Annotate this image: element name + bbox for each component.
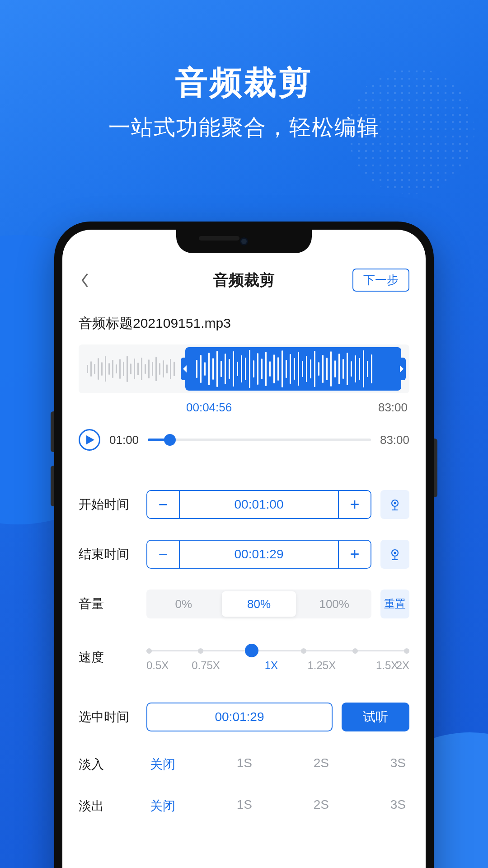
phone-volume-up xyxy=(51,411,54,452)
end-time-plus[interactable]: + xyxy=(338,541,371,568)
start-time-stepper: − 00:01:00 + xyxy=(146,490,371,519)
svg-marker-1 xyxy=(400,365,404,373)
speed-option-label: 1X xyxy=(265,659,278,672)
end-time-label: 结束时间 xyxy=(79,546,137,563)
waveform-total-time: 83:00 xyxy=(378,401,408,415)
player-row: 01:00 83:00 xyxy=(79,429,409,469)
selection-handle-left[interactable] xyxy=(181,358,190,380)
svg-point-6 xyxy=(394,552,396,554)
speed-option-label: 2X xyxy=(396,659,409,672)
next-step-button[interactable]: 下一步 xyxy=(352,269,409,292)
fade-in-row: 淡入 关闭1S2S3S xyxy=(79,756,409,773)
end-time-minus[interactable]: − xyxy=(147,541,180,568)
start-time-label: 开始时间 xyxy=(79,496,137,513)
volume-option[interactable]: 0% xyxy=(146,597,221,611)
waveform-unselected xyxy=(87,344,182,393)
fade-in-label: 淡入 xyxy=(79,756,137,773)
start-time-locate-button[interactable] xyxy=(380,490,409,519)
fade-out-row: 淡出 关闭1S2S3S xyxy=(79,797,409,815)
volume-label: 音量 xyxy=(79,595,137,613)
hero-title: 音频裁剪 xyxy=(0,61,488,104)
start-time-value[interactable]: 00:01:00 xyxy=(180,491,338,518)
fadeout-option[interactable]: 1S xyxy=(237,797,252,815)
speed-option-label: 0.5X xyxy=(146,659,169,672)
speed-option-label: 0.75X xyxy=(192,659,220,672)
phone-notch xyxy=(176,230,312,253)
selected-time-row: 选中时间 00:01:29 试听 xyxy=(79,703,409,731)
speed-slider-thumb[interactable] xyxy=(245,644,258,657)
volume-option[interactable]: 80% xyxy=(222,591,296,617)
fadein-option[interactable]: 1S xyxy=(237,756,252,773)
start-time-minus[interactable]: − xyxy=(147,491,180,518)
end-time-value[interactable]: 00:01:29 xyxy=(180,541,338,568)
speed-option-label: 1.5X xyxy=(376,659,398,672)
speed-label: 速度 xyxy=(79,649,137,666)
fadein-option[interactable]: 关闭 xyxy=(150,756,175,773)
fadeout-option[interactable]: 关闭 xyxy=(150,797,175,815)
start-time-plus[interactable]: + xyxy=(338,491,371,518)
phone-screen-bezel: 音频裁剪 下一步 音频标题202109151.mp3 00:04:56 83:0… xyxy=(62,230,426,868)
nav-bar: 音频裁剪 下一步 xyxy=(62,261,426,299)
selection-handle-right[interactable] xyxy=(397,358,406,380)
fadein-option[interactable]: 3S xyxy=(390,756,406,773)
play-button[interactable] xyxy=(79,429,100,451)
page-title: 音频裁剪 xyxy=(213,270,275,291)
volume-row: 音量 0%80%100% 重置 xyxy=(79,590,409,618)
svg-point-4 xyxy=(394,502,396,505)
hero-subtitle: 一站式功能聚合，轻松编辑 xyxy=(0,113,488,142)
phone-frame: 音频裁剪 下一步 音频标题202109151.mp3 00:04:56 83:0… xyxy=(54,222,434,868)
back-button[interactable] xyxy=(76,271,94,289)
phone-speaker xyxy=(199,236,239,241)
file-name: 音频标题202109151.mp3 xyxy=(79,314,409,333)
volume-reset-button[interactable]: 重置 xyxy=(380,590,409,618)
fadeout-option[interactable]: 2S xyxy=(314,797,329,815)
end-time-locate-button[interactable] xyxy=(380,540,409,569)
player-progress[interactable] xyxy=(148,439,371,441)
phone-volume-down xyxy=(51,466,54,506)
selected-time-label: 选中时间 xyxy=(79,708,137,726)
volume-segmented[interactable]: 0%80%100% xyxy=(146,590,371,618)
phone-camera xyxy=(240,237,248,245)
fade-out-options: 关闭1S2S3S xyxy=(146,797,409,815)
fadeout-option[interactable]: 3S xyxy=(390,797,406,815)
app-screen: 音频裁剪 下一步 音频标题202109151.mp3 00:04:56 83:0… xyxy=(62,230,426,868)
speed-row: 速度 0.5X0.75X1X1.25X1.5X2X xyxy=(79,644,409,671)
waveform-selection[interactable] xyxy=(185,347,401,391)
player-progress-thumb[interactable] xyxy=(164,434,176,446)
player-end-time: 83:00 xyxy=(380,433,409,447)
play-icon xyxy=(86,435,94,444)
preview-listen-button[interactable]: 试听 xyxy=(342,703,409,731)
waveform-times: 00:04:56 83:00 xyxy=(79,401,409,415)
chevron-left-icon xyxy=(80,272,90,288)
volume-option[interactable]: 100% xyxy=(297,597,371,611)
speed-slider[interactable]: 0.5X0.75X1X1.25X1.5X2X xyxy=(146,644,409,671)
selection-start-time: 00:04:56 xyxy=(186,401,232,415)
fadein-option[interactable]: 2S xyxy=(314,756,329,773)
map-pin-icon xyxy=(388,547,402,561)
svg-marker-2 xyxy=(86,435,94,444)
speed-option-label: 1.25X xyxy=(307,659,336,672)
fade-in-options: 关闭1S2S3S xyxy=(146,756,409,773)
waveform[interactable] xyxy=(79,344,409,393)
end-time-row: 结束时间 − 00:01:29 + xyxy=(79,540,409,569)
map-pin-icon xyxy=(388,497,402,512)
end-time-stepper: − 00:01:29 + xyxy=(146,540,371,569)
start-time-row: 开始时间 − 00:01:00 + xyxy=(79,490,409,519)
svg-marker-0 xyxy=(183,365,187,373)
fade-out-label: 淡出 xyxy=(79,797,137,815)
player-current-time: 01:00 xyxy=(109,433,139,447)
phone-power-button xyxy=(434,439,437,497)
selected-time-value: 00:01:29 xyxy=(146,703,333,731)
